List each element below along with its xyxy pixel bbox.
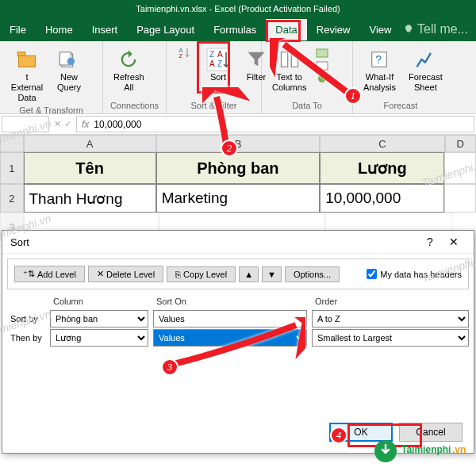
sortby-order-select[interactable]: A to Z	[312, 310, 469, 328]
group-sort-filter-label: Sort & Filter	[173, 101, 255, 112]
taimienphi-logo: Taimienphi .vn	[373, 439, 468, 467]
thenby-column-select[interactable]: Lương	[50, 329, 148, 347]
tab-pagelayout[interactable]: Page Layout	[127, 19, 204, 40]
new-query-icon	[56, 47, 82, 72]
formula-input[interactable]: fx 10,000,000	[76, 116, 474, 132]
formula-value: 10,000,000	[94, 119, 141, 130]
text-columns-icon	[277, 47, 302, 72]
tab-review[interactable]: Review	[307, 19, 360, 40]
headers-checkbox[interactable]: My data has headers	[367, 269, 462, 279]
svg-text:A: A	[209, 59, 215, 68]
sortby-label: Sort by	[7, 314, 50, 324]
tab-data[interactable]: Data	[266, 19, 306, 40]
svg-text:Z: Z	[179, 52, 183, 59]
sort-icon: ZAAZ	[205, 47, 231, 72]
delete-level-button[interactable]: ✕Delete Level	[88, 266, 163, 282]
col-sorton-label: Sort On	[153, 294, 312, 308]
copy-level-button[interactable]: ⎘Copy Level	[167, 266, 236, 282]
bulb-icon	[403, 24, 414, 35]
cell-a1[interactable]: Tên	[24, 152, 156, 184]
spreadsheet-grid[interactable]: A B C D 1 Tên Phòng ban Lương 2 Thanh Hư…	[0, 135, 476, 241]
flash-fill-icon[interactable]	[315, 48, 329, 59]
svg-text:.vn: .vn	[452, 444, 466, 455]
col-header-d[interactable]: D	[445, 135, 476, 152]
dialog-help-button[interactable]: ?	[418, 236, 442, 248]
tab-view[interactable]: View	[359, 19, 401, 40]
whatif-button[interactable]: ? What-If Analysis	[359, 44, 400, 95]
cell-c2[interactable]: 10,000,000	[320, 184, 444, 213]
formula-bar: ✕ ✓ fx 10,000,000	[0, 114, 476, 135]
ribbon: t External Data New Query Get & Transfor…	[0, 41, 476, 114]
svg-text:A: A	[217, 50, 223, 59]
svg-rect-12	[281, 52, 287, 67]
tab-home[interactable]: Home	[36, 19, 83, 40]
cell-d1[interactable]	[444, 152, 476, 184]
whatif-icon: ?	[367, 47, 392, 72]
cell-d2[interactable]	[444, 184, 476, 213]
group-connections-label: Connections	[109, 101, 159, 112]
svg-rect-0	[19, 56, 36, 67]
tab-file[interactable]: File	[0, 19, 36, 40]
group-get-transform-label: Get & Transform	[6, 105, 96, 117]
dialog-title: Sort	[10, 236, 418, 248]
svg-rect-14	[317, 49, 328, 57]
svg-text:Taimienphi: Taimienphi	[401, 444, 451, 455]
group-data-tools-label: Data To	[268, 101, 346, 112]
svg-rect-1	[17, 52, 25, 56]
cell-a2[interactable]: Thanh Hương	[24, 184, 156, 213]
cancel-formula-icon[interactable]: ✕	[54, 119, 61, 129]
sortby-column-select[interactable]: Phòng ban	[50, 310, 148, 328]
svg-rect-15	[317, 62, 328, 70]
name-box[interactable]	[2, 116, 49, 132]
col-header-b[interactable]: B	[156, 135, 321, 152]
enter-formula-icon[interactable]: ✓	[64, 119, 71, 129]
options-button[interactable]: Options...	[285, 266, 340, 282]
new-query-button[interactable]: New Query	[52, 44, 86, 105]
move-down-button[interactable]: ▼	[262, 266, 282, 282]
remove-duplicates-icon[interactable]	[315, 60, 329, 71]
col-column-label: Column	[50, 294, 153, 308]
row-header-1[interactable]: 1	[0, 152, 24, 184]
fx-label: fx	[82, 119, 89, 130]
svg-point-16	[318, 75, 326, 82]
col-header-c[interactable]: C	[320, 135, 444, 152]
sort-az-icon: AZ	[177, 45, 193, 61]
col-order-label: Order	[312, 294, 469, 308]
get-external-data-button[interactable]: t External Data	[6, 44, 48, 105]
select-all-corner[interactable]	[0, 135, 24, 152]
x-icon: ✕	[97, 269, 104, 279]
dialog-close-button[interactable]: ✕	[442, 236, 466, 248]
thenby-sorton-select[interactable]: Values	[153, 329, 307, 347]
text-to-columns-button[interactable]: Text to Columns	[268, 44, 310, 95]
cell-b2[interactable]: Marketing	[156, 184, 320, 213]
titlebar: Taimienphi.vn.xlsx - Excel (Product Acti…	[0, 0, 476, 17]
cell-c1[interactable]: Lương	[320, 152, 444, 184]
cell-b1[interactable]: Phòng ban	[156, 152, 320, 184]
svg-text:?: ?	[376, 53, 382, 66]
sortby-sorton-select[interactable]: Values	[153, 310, 307, 328]
sort-dialog: Sort ? ✕ ⁺⇅Add Level ✕Delete Level ⎘Copy…	[2, 230, 474, 454]
row-header-2[interactable]: 2	[0, 184, 24, 213]
sort-button[interactable]: ZAAZ Sort	[202, 44, 235, 85]
move-up-button[interactable]: ▲	[239, 266, 259, 282]
refresh-all-button[interactable]: Refresh All	[109, 44, 148, 95]
tell-me[interactable]: Tell me...	[403, 22, 476, 36]
plus-icon: ⁺⇅	[23, 269, 35, 279]
svg-text:Z: Z	[209, 50, 214, 59]
title-text: Taimienphi.vn.xlsx - Excel (Product Acti…	[136, 4, 340, 13]
svg-point-4	[67, 58, 75, 65]
add-level-button[interactable]: ⁺⇅Add Level	[14, 266, 85, 282]
external-data-icon	[14, 47, 40, 72]
data-validation-icon[interactable]	[315, 73, 329, 84]
svg-rect-13	[291, 52, 298, 67]
col-header-a[interactable]: A	[24, 135, 156, 152]
tab-insert[interactable]: Insert	[83, 19, 128, 40]
tab-formulas[interactable]: Formulas	[204, 19, 266, 40]
thenby-order-select[interactable]: Smallest to Largest	[312, 329, 469, 347]
sort-az-small-button[interactable]: AZ	[173, 44, 197, 85]
forecast-icon	[413, 47, 438, 72]
svg-text:Z: Z	[217, 59, 222, 68]
refresh-icon	[116, 47, 141, 72]
forecast-sheet-button[interactable]: Forecast Sheet	[405, 44, 447, 95]
thenby-label: Then by	[7, 333, 50, 343]
